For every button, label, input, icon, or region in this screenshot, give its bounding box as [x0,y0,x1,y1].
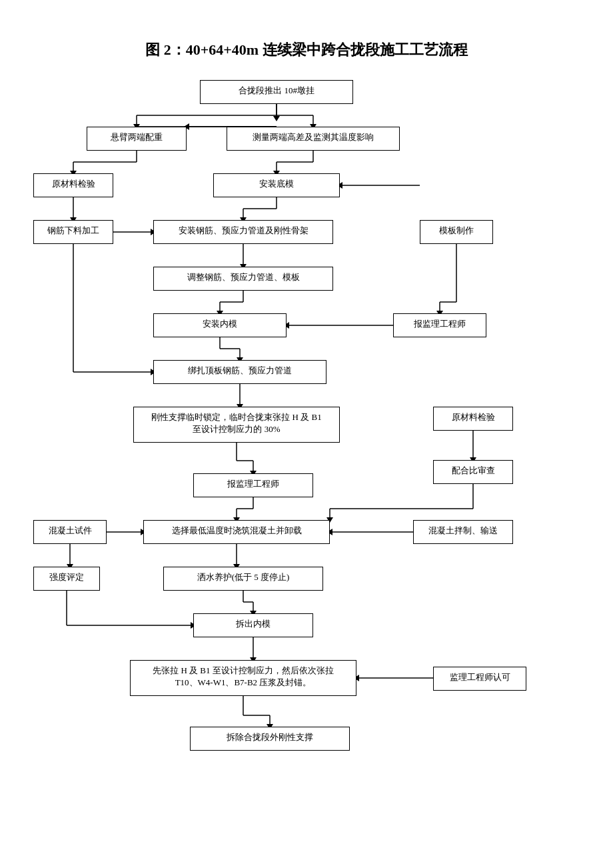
box-anzhuangdimo: 安装底模 [213,173,340,197]
box-chachu-neimo: 拆出内模 [193,613,313,637]
box-tiaozheng: 调整钢筋、预应力管道、模板 [153,267,333,291]
box-xuanbipeidian: 悬臂两端配重 [87,127,187,151]
page-title: 图 2：40+64+40m 连续梁中跨合拢段施工工艺流程 [145,40,467,60]
box-qiangdu-pingding: 强度评定 [33,567,100,591]
flowchart: 合拢段推出 10#墩挂 悬臂两端配重 测量两端高差及监测其温度影响 原材料检验 … [20,80,593,853]
box-yuancailiao2: 原材料检验 [433,407,513,431]
box-chachu-gangxing: 拆除合拢段外刚性支撑 [190,727,350,751]
svg-marker-1 [273,116,280,121]
box-anzhuang-neimo: 安装内模 [153,313,287,337]
box-gangjin-xialia: 钢筋下料加工 [33,220,113,244]
box-bangzha: 绑扎顶板钢筋、预应力管道 [153,360,326,384]
box-muban-zhizuo: 模板制作 [420,220,493,244]
box-anzhuang-gangjin: 安装钢筋、预应力管道及刚性骨架 [153,220,333,244]
box-celiang: 测量两端高差及监测其温度影响 [227,127,400,151]
box-hunningtu-shijian: 混凝土试件 [33,520,107,544]
box-xian-zhangla: 先张拉 H 及 B1 至设计控制应力，然后依次张拉 T10、W4-W1、B7-B… [130,660,356,696]
box-hezhuangduan: 合拢段推出 10#墩挂 [200,80,353,104]
box-saoshui-yanghu: 洒水养护(低于 5 度停止) [163,567,323,591]
box-xuanze-zuidi: 选择最低温度时浇筑混凝土并卸载 [143,520,330,544]
box-hunningtu-banzhi: 混凝土拌制、输送 [413,520,513,544]
box-bao-jianli2: 报监理工程师 [193,473,313,497]
box-jianli-renke: 监理工程师认可 [433,667,526,691]
box-yuancailiao1: 原材料检验 [33,173,113,197]
box-bao-jianli1: 报监理工程师 [393,313,486,337]
box-peiheb-shencha: 配合比审查 [433,460,513,484]
box-gangxing-suoding: 刚性支撑临时锁定，临时合拢束张拉 H 及 B1 至设计控制应力的 30% [133,407,340,443]
